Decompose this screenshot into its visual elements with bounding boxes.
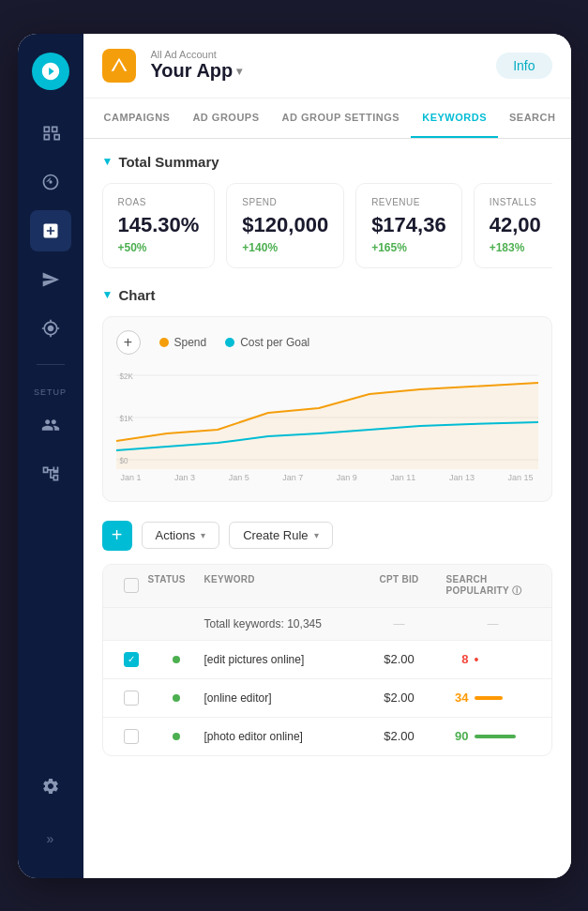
revenue-label: Revenue	[371, 197, 446, 207]
sidebar-item-dashboard[interactable]	[30, 113, 71, 154]
nav-tabs: CAMPAIGNS AD GROUPS AD GROUP SETTINGS KE…	[83, 99, 571, 139]
row1-checkbox[interactable]: ✓	[124, 652, 139, 667]
create-rule-label: Create Rule	[243, 528, 308, 542]
row2-pop-number: 34	[446, 691, 469, 705]
svg-text:$0: $0	[119, 455, 128, 465]
header-checkbox[interactable]	[124, 578, 139, 593]
sidebar-item-target[interactable]	[30, 308, 71, 349]
row2-popularity: 34	[446, 691, 540, 705]
actions-bar: + Actions ▾ Create Rule ▾	[102, 521, 552, 551]
chart-container: + Spend Cost per Goal	[102, 316, 552, 502]
chart-svg: $2K $1K $0	[116, 366, 538, 469]
summary-title: Total Summary	[118, 154, 219, 170]
sidebar-logo[interactable]	[32, 53, 69, 90]
sidebar-expand-btn[interactable]: »	[30, 818, 71, 859]
create-rule-arrow: ▾	[314, 530, 319, 540]
sidebar-item-users[interactable]	[30, 404, 71, 446]
installs-change: +183%	[490, 241, 552, 254]
roas-value: 145.30%	[118, 213, 200, 237]
total-keywords-label: Totall keywords: 10,345	[204, 617, 353, 630]
sidebar-item-messages[interactable]	[30, 259, 71, 300]
chart-header: ▼ Chart	[102, 287, 552, 303]
actions-dropdown[interactable]: Actions ▾	[142, 522, 220, 549]
x-label-jan5: Jan 5	[229, 473, 249, 482]
revenue-value: $174,36	[371, 213, 446, 237]
row2-keyword: [online editor]	[204, 691, 353, 705]
revenue-card: Revenue $174,36 +165%	[355, 183, 462, 268]
info-button[interactable]: Info	[496, 53, 551, 79]
legend-cpg-dot	[225, 338, 234, 347]
svg-text:$2K: $2K	[119, 371, 133, 381]
th-checkbox	[114, 574, 148, 598]
table-row: [online editor] $2.00 34	[103, 679, 551, 718]
chart-legend-bar: + Spend Cost per Goal	[116, 330, 538, 355]
x-label-jan7: Jan 7	[282, 473, 303, 482]
row2-bid: $2.00	[353, 691, 446, 705]
row3-pop-bar	[475, 735, 516, 738]
keywords-table: Status Keyword CPT Bid Search Popularity…	[102, 564, 552, 756]
spend-change: +140%	[242, 241, 328, 254]
sidebar-item-tree[interactable]	[30, 453, 71, 494]
roas-change: +50%	[118, 241, 200, 254]
tab-keywords[interactable]: KEYWORDS	[411, 99, 498, 138]
sidebar-item-radar[interactable]	[30, 161, 71, 203]
sidebar-item-add-creative[interactable]	[30, 210, 71, 251]
tab-ad-groups[interactable]: AD GROUPS	[181, 99, 270, 138]
tab-search[interactable]: SEARCH	[498, 99, 566, 138]
row1-keyword: [edit pictures online]	[204, 653, 353, 666]
revenue-change: +165%	[371, 241, 446, 254]
installs-value: 42,00	[490, 213, 552, 237]
row1-popularity: 8 •	[446, 652, 540, 667]
chart-section: ▼ Chart + Spend Cost per Goal	[102, 287, 552, 502]
roas-card: ROAS 145.30% +50%	[102, 183, 216, 268]
summary-chevron: ▼	[102, 155, 113, 168]
row3-popularity: 90	[446, 729, 540, 743]
actions-label: Actions	[156, 528, 196, 542]
spend-card: Spend $120,000 +140%	[226, 183, 344, 268]
app-name-chevron: ▾	[236, 65, 242, 78]
row2-pop-bar	[475, 696, 503, 700]
summary-cards: ROAS 145.30% +50% Spend $120,000 +140% R…	[102, 183, 552, 268]
chart-area: $2K $1K $0 Jan 1 Jan 3 Jan 5 Jan 7 Jan 9…	[116, 366, 538, 488]
actions-arrow: ▾	[201, 530, 205, 540]
app-logo	[102, 49, 136, 83]
content-area: ▼ Total Summary ROAS 145.30% +50% Spend …	[83, 139, 571, 771]
header-text: All Ad Account Your App ▾	[151, 49, 482, 82]
row2-checkbox[interactable]	[124, 691, 139, 706]
x-label-jan3: Jan 3	[174, 473, 195, 482]
total-summary-header: ▼ Total Summary	[102, 154, 552, 170]
chart-x-labels: Jan 1 Jan 3 Jan 5 Jan 7 Jan 9 Jan 11 Jan…	[116, 473, 538, 482]
create-rule-dropdown[interactable]: Create Rule ▾	[229, 522, 332, 549]
chart-title: Chart	[118, 287, 155, 303]
chart-add-button[interactable]: +	[116, 330, 141, 355]
installs-card: Installs 42,00 +183%	[474, 183, 552, 268]
legend-spend-dot	[159, 338, 169, 347]
main-content: All Ad Account Your App ▾ Info CAMPAIGNS…	[83, 34, 571, 878]
x-label-jan9: Jan 9	[337, 473, 357, 482]
row1-pop-indicator: •	[475, 652, 479, 667]
sidebar-item-settings[interactable]	[30, 766, 71, 807]
row1-status	[173, 656, 180, 663]
svg-point-0	[49, 180, 52, 183]
row3-status	[173, 733, 180, 740]
setup-label: SETUP	[34, 387, 67, 397]
legend-cost-per-goal: Cost per Goal	[225, 336, 309, 349]
row3-pop-number: 90	[446, 729, 469, 743]
legend-spend-label: Spend	[174, 336, 207, 349]
row3-bid: $2.00	[353, 729, 446, 743]
installs-label: Installs	[490, 197, 552, 207]
table-totals-row: Totall keywords: 10,345 — —	[103, 608, 551, 641]
sidebar: SETUP »	[18, 34, 83, 878]
row1-bid: $2.00	[353, 652, 446, 666]
add-keyword-button[interactable]: +	[102, 521, 132, 551]
app-name[interactable]: Your App ▾	[151, 60, 482, 82]
chart-chevron: ▼	[102, 288, 113, 301]
tab-campaigns[interactable]: CAMPAIGNS	[93, 99, 182, 138]
x-label-jan1: Jan 1	[121, 473, 142, 482]
svg-marker-4	[116, 383, 538, 469]
th-keyword: Keyword	[204, 574, 353, 598]
legend-spend: Spend	[159, 336, 207, 349]
tab-ad-group-settings[interactable]: AD GROUP SETTINGS	[271, 99, 412, 138]
x-label-jan15: Jan 15	[507, 473, 533, 482]
row3-checkbox[interactable]	[124, 729, 139, 744]
